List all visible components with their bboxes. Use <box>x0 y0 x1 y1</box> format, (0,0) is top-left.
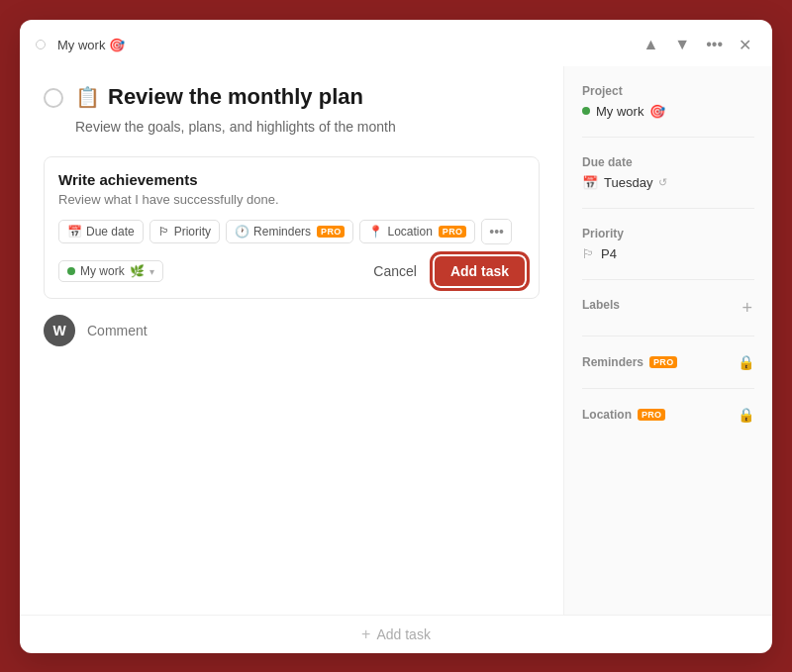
footer-actions: Cancel Add task <box>363 256 525 286</box>
calendar-icon: 📅 <box>67 225 82 239</box>
due-date-button[interactable]: 📅 Due date <box>58 220 144 243</box>
avatar: W <box>44 315 75 346</box>
location-lock-button[interactable]: 🔒 <box>738 407 754 423</box>
modal-header: My work 🎯 ▲ ▼ ••• ✕ <box>20 20 772 66</box>
due-date-label: Due date <box>86 225 135 239</box>
sidebar-divider-2 <box>582 208 754 209</box>
task-description: Review the goals, plans, and highlights … <box>75 118 540 138</box>
close-button[interactable]: ✕ <box>734 34 756 56</box>
sidebar-location-section: Location PRO 🔒 <box>582 407 754 423</box>
plus-icon: + <box>361 625 370 643</box>
avatar-letter: W <box>52 323 65 338</box>
sidebar-labels-section: Labels + <box>582 298 754 318</box>
more-icon: ••• <box>706 36 723 53</box>
sidebar-project-label: Project <box>582 84 754 98</box>
location-button[interactable]: 📍 Location PRO <box>359 220 475 243</box>
sidebar: Project My work 🎯 Due date 📅 Tuesday ↺ <box>564 66 772 615</box>
chevron-down-icon: ▼ <box>674 36 690 53</box>
sidebar-reminders-section: Reminders PRO 🔒 <box>582 354 754 370</box>
sidebar-due-date-section: Due date 📅 Tuesday ↺ <box>582 155 754 190</box>
refresh-icon: ↺ <box>658 176 667 189</box>
sidebar-divider-3 <box>582 279 754 280</box>
task-title-text: Review the monthly plan <box>108 84 363 110</box>
lock-icon: 🔒 <box>738 407 754 423</box>
more-options-button[interactable]: ••• <box>701 34 728 55</box>
sidebar-labels-row: Labels + <box>582 298 754 318</box>
project-tag[interactable]: My work 🌿 ▾ <box>58 260 163 282</box>
sidebar-priority-value[interactable]: 🏳 P4 <box>582 246 754 261</box>
sidebar-location-row: Location PRO 🔒 <box>582 407 754 423</box>
task-title: 📋 Review the monthly plan <box>75 84 363 110</box>
chevron-up-button[interactable]: ▲ <box>639 34 664 55</box>
header-project-emoji: 🎯 <box>109 38 125 52</box>
location-pro-badge: PRO <box>439 226 466 238</box>
comment-row: W <box>44 315 540 346</box>
sidebar-project-section: Project My work 🎯 <box>582 84 754 119</box>
priority-label: Priority <box>174 225 211 239</box>
cancel-button[interactable]: Cancel <box>363 257 427 285</box>
add-task-bottom-button[interactable]: + Add task <box>361 625 431 643</box>
sidebar-project-emoji: 🎯 <box>649 104 665 119</box>
header-project-name: My work 🎯 <box>57 38 125 52</box>
sidebar-due-date-text: Tuesday <box>604 175 652 190</box>
modal-bottom-bar: + Add task <box>20 615 772 653</box>
subtask-title: Write achievements <box>58 171 525 188</box>
sidebar-priority-label: Priority <box>582 227 754 240</box>
calendar-icon: 📅 <box>582 175 598 190</box>
sidebar-reminders-label-row: Reminders PRO <box>582 355 677 369</box>
add-label-button[interactable]: + <box>740 299 754 317</box>
sidebar-project-dot <box>582 107 590 115</box>
sidebar-divider-4 <box>582 336 754 336</box>
priority-button[interactable]: 🏳 Priority <box>149 220 220 243</box>
dropdown-icon: ▾ <box>149 266 154 277</box>
subtask-toolbar: 📅 Due date 🏳 Priority 🕐 Reminders PRO 📍 <box>58 219 525 244</box>
sidebar-due-date-label: Due date <box>582 155 754 169</box>
project-dot <box>67 267 75 275</box>
toolbar-more-button[interactable]: ••• <box>481 219 512 244</box>
sidebar-reminders-row: Reminders PRO 🔒 <box>582 354 754 370</box>
header-actions: ▲ ▼ ••• ✕ <box>639 34 757 56</box>
subtask-footer: My work 🌿 ▾ Cancel Add task <box>58 256 525 286</box>
sidebar-project-name: My work <box>596 104 644 119</box>
modal-body: 📋 Review the monthly plan Review the goa… <box>20 66 772 615</box>
reminders-pro-badge: PRO <box>649 356 677 368</box>
clock-icon: 🕐 <box>235 225 249 239</box>
reminders-lock-button[interactable]: 🔒 <box>738 354 754 370</box>
header-project-name-text: My work <box>57 38 105 52</box>
project-tag-name: My work <box>80 264 125 278</box>
sidebar-project-value: My work 🎯 <box>582 104 754 119</box>
project-tag-emoji: 🌿 <box>130 264 145 278</box>
subtask-card: Write achievements Review what I have su… <box>44 156 540 299</box>
sidebar-location-label-row: Location PRO <box>582 408 665 422</box>
location-pro-badge: PRO <box>638 409 665 421</box>
sidebar-due-date-value[interactable]: 📅 Tuesday ↺ <box>582 175 754 190</box>
sidebar-divider-5 <box>582 388 754 389</box>
chevron-up-icon: ▲ <box>644 36 659 53</box>
task-modal: My work 🎯 ▲ ▼ ••• ✕ 📋 Revie <box>20 20 772 653</box>
chevron-down-button[interactable]: ▼ <box>669 34 695 55</box>
task-checkbox[interactable] <box>44 88 63 108</box>
sidebar-divider-1 <box>582 137 754 138</box>
location-label: Location <box>387 225 432 239</box>
add-task-button[interactable]: Add task <box>435 256 525 286</box>
reminders-label: Reminders <box>253 225 311 239</box>
sidebar-priority-section: Priority 🏳 P4 <box>582 227 754 261</box>
add-task-bottom-label: Add task <box>376 626 430 642</box>
sidebar-reminders-label: Reminders <box>582 355 644 369</box>
main-content: 📋 Review the monthly plan Review the goa… <box>20 66 564 615</box>
flag-icon: 🏳 <box>158 225 170 239</box>
task-title-row: 📋 Review the monthly plan <box>44 84 540 110</box>
flag-icon: 🏳 <box>582 246 595 261</box>
project-status-dot <box>36 40 46 49</box>
comment-input[interactable] <box>87 323 540 338</box>
reminders-pro-badge: PRO <box>317 226 345 238</box>
task-emoji: 📋 <box>75 85 100 109</box>
location-icon: 📍 <box>368 225 383 239</box>
lock-icon: 🔒 <box>738 354 754 370</box>
close-icon: ✕ <box>739 36 751 54</box>
more-icon: ••• <box>489 224 504 240</box>
sidebar-labels-label: Labels <box>582 298 620 312</box>
reminders-button[interactable]: 🕐 Reminders PRO <box>226 220 353 243</box>
sidebar-priority-text: P4 <box>601 246 617 261</box>
subtask-description: Review what I have successfully done. <box>58 192 525 207</box>
